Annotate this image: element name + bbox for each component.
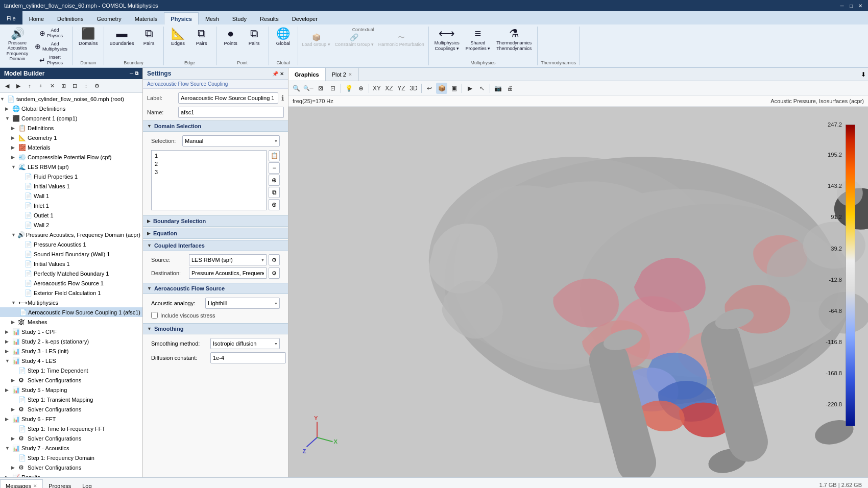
go-to-xy-button[interactable]: XY [371,83,382,94]
close-button[interactable]: ✕ [857,2,864,9]
tree-item[interactable]: 📄Inlet 1 [0,201,142,210]
minimize-button[interactable]: ─ [838,2,846,9]
tree-item[interactable]: ▶⚙Solver Configurations [0,375,142,385]
label-input[interactable] [178,92,278,104]
tree-item[interactable]: 📄Outlet 1 [0,210,142,220]
tab-file[interactable]: File [0,11,22,25]
tree-item[interactable]: ▼⟷Multiphysics [0,298,142,307]
shared-properties-button[interactable]: ≡ SharedProperties ▾ [463,27,493,53]
log-tab[interactable]: Log [77,479,97,488]
tree-item[interactable]: 📄Aeroacoustic Flow Source 1 [0,278,142,288]
collapse-button[interactable]: ─ [130,70,133,77]
domain-remove-button[interactable]: − [269,162,280,174]
add-physics-button[interactable]: ⊕ AddPhysics [33,27,69,40]
tree-item[interactable]: ▶📊Study 6 - FFT [0,414,142,424]
tab-home[interactable]: Home [22,12,51,25]
tree-expand-icon[interactable]: ▶ [5,329,11,334]
messages-close-icon[interactable]: ✕ [33,483,37,489]
tree-expand-icon[interactable]: ▶ [11,320,17,325]
pressure-acoustics-freq-button[interactable]: 🔊 Pressure AcousticsFrequency Domain [3,27,32,63]
domain-copy-button[interactable]: ⊕ [269,175,280,186]
domain-add-button[interactable]: 📋 [269,150,280,161]
points-button[interactable]: ● Points [220,27,242,47]
tree-expand-icon[interactable]: ▶ [11,407,17,412]
tree-item[interactable]: ▶📊Study 2 - k-eps (stationary) [0,336,142,346]
global-button[interactable]: 🌐 Global [272,27,295,47]
messages-tab[interactable]: Messages ✕ [0,479,43,488]
boundary-pairs-button[interactable]: ⧉ Pairs [138,27,160,47]
mb-up-button[interactable]: ↑ [25,81,35,91]
tree-expand-icon[interactable]: ▶ [11,155,17,160]
tab-geometry[interactable]: Geometry [90,12,128,25]
graphics-tab-expand-icon[interactable]: ⬇ [861,71,866,78]
domains-button[interactable]: ⬛ Domains [76,27,101,47]
reset-view-button[interactable]: ↩ [424,83,435,94]
source-settings-button[interactable]: ⚙ [269,254,280,265]
source-select[interactable]: LES RBVM (spf) [189,254,267,265]
edge-pairs-button[interactable]: ⧉ Pairs [190,27,213,47]
domain-item-3[interactable]: 3 [153,168,265,176]
tree-item[interactable]: 📄Fluid Properties 1 [0,172,142,181]
mb-delete-button[interactable]: ✕ [47,81,57,91]
undock-button[interactable]: ⧉ [135,70,138,77]
tree-item[interactable]: ▶📊Study 1 - CPF [0,327,142,336]
tab-results[interactable]: Results [253,12,285,25]
go-to-yz-button[interactable]: YZ [396,83,407,94]
viscous-stress-checkbox[interactable] [151,312,158,319]
tree-expand-icon[interactable]: ▶ [11,436,17,441]
tree-expand-icon[interactable]: ▼ [5,116,11,121]
mb-collapse-button[interactable]: ⊟ [69,81,80,91]
mb-settings-button[interactable]: ⚙ [92,81,102,91]
tree-expand-icon[interactable]: ▶ [11,145,17,150]
scene-light-button[interactable]: 💡 [343,83,354,94]
tree-expand-icon[interactable]: ▶ [11,378,17,383]
progress-tab[interactable]: Progress [43,479,77,488]
tree-item[interactable]: ▶📋Definitions [0,123,142,133]
zoom-extents-button[interactable]: ⊠ [315,83,326,94]
tree-expand-icon[interactable]: ▶ [5,339,11,344]
tree-expand-icon[interactable]: ▶ [11,126,17,131]
graphics-tab-graphics[interactable]: Graphics [288,68,326,81]
scene-axes-button[interactable]: ⊕ [355,83,367,94]
label-help-icon[interactable]: ℹ [281,94,284,102]
domain-selection-header[interactable]: Domain Selection [143,120,288,132]
render-button[interactable]: ▶ [464,83,475,94]
tree-item[interactable]: 📄Exterior Field Calculation 1 [0,288,142,298]
tree-item[interactable]: ▼📊Study 4 - LES [0,356,142,365]
boundaries-button[interactable]: ▬ Boundaries [107,27,137,47]
tab-study[interactable]: Study [226,12,253,25]
point-pairs-button[interactable]: ⧉ Pairs [243,27,266,47]
tree-item[interactable]: ▶🕸Meshes [0,317,142,327]
tree-item[interactable]: ▼📊Study 7 - Acoustics [0,443,142,453]
tree-item[interactable]: 📄Wall 2 [0,220,142,230]
wireframe-button[interactable]: ▣ [448,83,460,94]
tree-item[interactable]: ▼🌊LES RBVM (spf) [0,162,142,172]
diffusion-constant-input[interactable] [210,352,286,363]
multiphysics-couplings-button[interactable]: ⟷ MultiphysicsCouplings ▾ [432,27,462,53]
settings-close-button[interactable]: ✕ [280,71,284,77]
tree-item[interactable]: 📄Wall 1 [0,191,142,201]
tree-item[interactable]: 📄Step 1: Time to Frequency FFT [0,424,142,433]
tab-developer[interactable]: Developer [285,12,324,25]
add-multiphysics-button[interactable]: ⊕ AddMultiphysics [33,40,69,54]
zoom-box-button[interactable]: ⊡ [327,83,339,94]
go-to-xz-button[interactable]: XZ [383,83,395,94]
tab-physics[interactable]: Physics [164,12,199,25]
tree-expand-icon[interactable]: ▶ [5,106,11,111]
tree-item[interactable]: ▶📈Results [0,472,142,477]
insert-physics-button[interactable]: ↵ InsertPhysics [33,54,69,67]
destination-settings-button[interactable]: ⚙ [269,267,280,279]
domain-crosshair-button[interactable]: ⊕ [269,199,280,210]
tree-expand-icon[interactable]: ▼ [11,232,16,237]
tree-item[interactable]: 📄Step 1: Frequency Domain [0,453,142,462]
acoustic-analogy-select[interactable]: Lighthill Curle [205,298,280,309]
domain-item-2[interactable]: 2 [153,160,265,168]
name-input[interactable] [178,107,284,118]
tree-expand-icon[interactable]: ▼ [0,96,6,102]
screenshot-button[interactable]: 📷 [492,83,503,94]
tree-item[interactable]: 📄Perfectly Matched Boundary 1 [0,269,142,278]
mb-expand-button[interactable]: ⊞ [58,81,68,91]
boundary-selection-header[interactable]: Boundary Selection [143,215,288,227]
tree-item[interactable]: ▶📐Geometry 1 [0,133,142,142]
tree-expand-icon[interactable]: ▶ [5,475,11,478]
